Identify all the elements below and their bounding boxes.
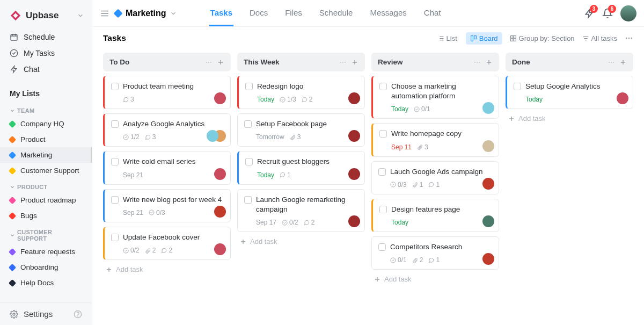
task-card[interactable]: Design features pageToday [371, 199, 499, 232]
task-checkbox[interactable] [111, 83, 119, 90]
assignee-avatar[interactable] [348, 92, 360, 104]
task-card[interactable]: Redesign logoToday1/32 [237, 76, 365, 109]
column-header[interactable]: This Week [237, 53, 365, 71]
task-card[interactable]: Write cold email seriesSep 21 [103, 151, 231, 184]
task-checkbox[interactable] [379, 206, 387, 213]
alltasks-button[interactable]: All tasks [582, 34, 617, 42]
list-item[interactable]: Product [0, 132, 92, 147]
task-title: Write new blog post for week 4 [123, 195, 222, 205]
task-checkbox[interactable] [111, 120, 119, 128]
list-view-button[interactable]: List [433, 32, 462, 45]
task-card[interactable]: Lauch Google Ads campaign0/311 [371, 161, 499, 194]
task-card[interactable]: Write homepage copySep 113 [371, 123, 499, 156]
assignee-avatar[interactable] [214, 206, 226, 218]
add-task-button[interactable]: Add task [371, 270, 499, 288]
settings-link[interactable]: Settings [0, 302, 92, 325]
assignee-avatar[interactable] [348, 168, 360, 180]
task-checkbox[interactable] [244, 196, 252, 204]
list-item[interactable]: Product roadmap [0, 192, 92, 208]
nav-mytasks[interactable]: My Tasks [0, 45, 92, 61]
more-icon[interactable] [339, 59, 347, 66]
board-view-button[interactable]: Board [466, 32, 502, 45]
add-icon[interactable] [619, 59, 627, 66]
add-icon[interactable] [485, 59, 493, 66]
assignee-avatar[interactable] [214, 130, 226, 142]
task-card[interactable]: Choose a marketing automation platformTo… [371, 76, 499, 119]
logo-row[interactable]: Upbase [0, 0, 92, 29]
column-header[interactable]: Review [371, 53, 499, 71]
chevron-down-icon[interactable] [77, 12, 84, 19]
task-card[interactable]: Competitors Research0/121 [371, 236, 499, 270]
task-checkbox[interactable] [245, 83, 253, 90]
more-icon[interactable] [473, 59, 481, 66]
assignee-avatar[interactable] [617, 92, 628, 104]
tab-messages[interactable]: Messages [369, 1, 407, 26]
tab-schedule[interactable]: Schedule [318, 1, 354, 26]
task-checkbox[interactable] [111, 196, 119, 204]
tab-docs[interactable]: Docs [248, 1, 269, 26]
task-card[interactable]: Write new blog post for week 4Sep 210/3 [103, 189, 231, 222]
section-head-team[interactable]: TEAM [0, 102, 92, 116]
task-card[interactable]: Analyze Google Analytics1/23 [103, 113, 231, 147]
nav-chat[interactable]: Chat [0, 61, 92, 77]
list-label: Help Docs [20, 279, 54, 287]
list-item[interactable]: Help Docs [0, 275, 92, 291]
list-item[interactable]: Marketing [0, 147, 92, 163]
task-checkbox[interactable] [111, 234, 119, 241]
assignee-avatar[interactable] [482, 178, 494, 190]
task-checkbox[interactable] [514, 83, 521, 90]
task-card[interactable]: Launch Google remarketing campaignSep 17… [237, 189, 365, 232]
add-icon[interactable] [351, 59, 358, 66]
task-checkbox[interactable] [111, 158, 119, 165]
task-card[interactable]: Setup Facebook pageTomorrow3 [237, 113, 365, 147]
assignee-avatar[interactable] [214, 243, 226, 255]
task-card[interactable]: Product team meeting3 [103, 76, 231, 109]
assignee-avatar[interactable] [482, 102, 494, 114]
tab-files[interactable]: Files [284, 1, 303, 26]
help-icon[interactable] [74, 310, 82, 319]
user-avatar[interactable] [620, 5, 636, 21]
notification-icon[interactable]: 3 [584, 8, 595, 19]
task-checkbox[interactable] [378, 168, 386, 176]
list-item[interactable]: Company HQ [0, 116, 92, 132]
column-header[interactable]: To Do [103, 53, 231, 71]
add-task-button[interactable]: Add task [103, 260, 231, 279]
task-card[interactable]: Update Facebook cover0/222 [103, 227, 231, 260]
tab-chat[interactable]: Chat [423, 1, 442, 26]
column-header[interactable]: Done [506, 53, 633, 71]
list-item[interactable]: Customer Support [0, 163, 92, 178]
add-task-button[interactable]: Add task [237, 232, 365, 251]
nav-label: Schedule [24, 33, 55, 41]
more-icon[interactable] [205, 59, 213, 66]
task-checkbox[interactable] [379, 83, 387, 90]
assignee-avatar[interactable] [348, 130, 360, 142]
assignee-avatar[interactable] [214, 92, 226, 104]
project-name[interactable]: Marketing [126, 9, 166, 18]
add-icon[interactable] [217, 59, 224, 66]
nav-schedule[interactable]: Schedule [0, 29, 92, 45]
task-card[interactable]: Recruit guest bloggersToday1 [237, 151, 365, 184]
task-checkbox[interactable] [245, 158, 253, 165]
tab-tasks[interactable]: Tasks [209, 1, 233, 26]
task-checkbox[interactable] [379, 130, 387, 138]
section-head-product[interactable]: PRODUCT [0, 178, 92, 192]
task-checkbox[interactable] [244, 120, 252, 128]
list-item[interactable]: Bugs [0, 208, 92, 223]
list-item[interactable]: Feature requests [0, 244, 92, 259]
chevron-down-icon[interactable] [170, 10, 177, 17]
add-task-button[interactable]: Add task [506, 109, 633, 128]
assignee-avatar[interactable] [482, 253, 494, 265]
assignee-avatar[interactable] [482, 140, 494, 152]
assignee-avatar[interactable] [214, 168, 226, 180]
groupby-button[interactable]: Group by: Section [510, 34, 575, 42]
list-item[interactable]: Onboarding [0, 259, 92, 275]
more-icon[interactable] [625, 34, 633, 42]
assignee-avatar[interactable] [482, 215, 494, 227]
assignee-avatar[interactable] [348, 215, 360, 227]
task-card[interactable]: Setup Google AnalyticsToday [506, 76, 633, 109]
section-head-cs[interactable]: CUSTOMER SUPPORT [0, 223, 92, 244]
bell-icon[interactable]: 6 [602, 8, 613, 19]
more-icon[interactable] [608, 59, 615, 66]
menu-icon[interactable] [100, 9, 109, 18]
task-checkbox[interactable] [378, 243, 386, 251]
